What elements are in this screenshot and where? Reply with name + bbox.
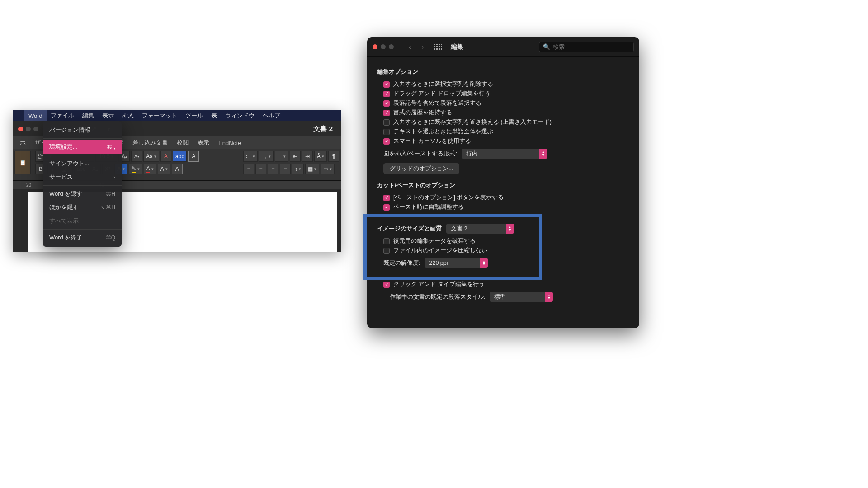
highlight-button[interactable]: ✎ (129, 164, 142, 174)
text-cursor (96, 246, 96, 254)
close-dot[interactable] (373, 44, 377, 49)
tab-mailings[interactable]: 差し込み文書 (128, 136, 172, 149)
align-left-button[interactable]: ≡ (243, 164, 254, 174)
tab-home[interactable]: ホ (15, 136, 30, 149)
justify-button[interactable]: ≡ (280, 164, 291, 174)
align-right-button[interactable]: ≡ (268, 164, 278, 174)
menu-edit[interactable]: 編集 (78, 110, 98, 121)
word-menu-dropdown: バージョン情報 環境設定...⌘ , サインアウト... サービス› Word … (43, 121, 122, 247)
image-quality-section: イメージのサイズと画質 文書 2 ▲▼ 復元用の編集データを破棄する ファイル内… (377, 218, 629, 268)
menu-word[interactable]: Word (24, 110, 47, 121)
vertical-ruler (13, 189, 26, 252)
opt-select-whole-word[interactable]: テキストを選ぶときに単語全体を選ぶ (377, 127, 629, 136)
tab-review[interactable]: 校閲 (172, 136, 193, 149)
stepper-knob-icon: ▲▼ (480, 258, 488, 268)
nav-back-button[interactable]: ‹ (405, 42, 415, 52)
prefs-titlebar: ‹ › 編集 🔍 検索 (367, 37, 639, 57)
change-case-button[interactable]: Aa (143, 151, 159, 162)
insert-picture-select[interactable]: 行内 ▲▼ (462, 149, 547, 159)
tab-endnote[interactable]: EndNote (214, 136, 246, 149)
borders-button[interactable]: ▭ (321, 164, 335, 174)
search-placeholder: 検索 (553, 43, 565, 51)
default-parastyle-label: 作業中の文書の既定の段落スタイル: (390, 293, 485, 301)
opt-smart-paste[interactable]: ✓ペースト時に自動調整する (377, 202, 629, 212)
menu-quit[interactable]: Word を終了⌘Q (43, 231, 122, 244)
opt-smart-cursor[interactable]: ✓スマート カーソルを使用する (377, 136, 629, 146)
menu-file[interactable]: ファイル (47, 110, 78, 121)
minimize-dot[interactable] (26, 127, 31, 131)
menu-hide-word[interactable]: Word を隠す⌘H (43, 187, 122, 201)
align-center-button[interactable]: ≡ (255, 164, 266, 174)
stepper-knob-icon: ▲▼ (545, 292, 553, 302)
menu-help[interactable]: ヘルプ (259, 110, 284, 121)
section-cutpaste-title: カット/ペーストのオプション (377, 181, 629, 189)
minimize-dot[interactable] (381, 44, 386, 49)
grid-options-button[interactable]: グリッドのオプション... (383, 163, 459, 174)
prefs-body: 編集オプション ✓入力するときに選択文字列を削除する ✓ドラッグ アンド ドロッ… (367, 57, 639, 302)
image-doc-select[interactable]: 文書 2 ▲▼ (446, 224, 514, 234)
menu-view[interactable]: 表示 (98, 110, 118, 121)
menu-insert[interactable]: 挿入 (118, 110, 138, 121)
menu-hide-others[interactable]: ほかを隠す⌥⌘H (43, 201, 122, 214)
search-icon: 🔍 (543, 43, 550, 50)
menu-tools[interactable]: ツール (181, 110, 207, 121)
para-shading-button[interactable]: ▦ (305, 164, 319, 174)
show-all-icon[interactable] (433, 42, 443, 52)
indent-inc-button[interactable]: ⇥ (302, 151, 313, 162)
opt-keep-format-history[interactable]: ✓書式の履歴を維持する (377, 108, 629, 117)
zoom-dot[interactable] (389, 44, 394, 49)
clear-format-button[interactable]: A (160, 151, 171, 162)
ruler-mark: 20 (26, 183, 31, 188)
menu-format[interactable]: フォーマット (138, 110, 181, 121)
menu-separator (43, 229, 122, 230)
opt-click-and-type[interactable]: ✓クリック アンド タイプ編集を行う (377, 280, 629, 289)
menu-services[interactable]: サービス› (43, 170, 122, 184)
menu-about[interactable]: バージョン情報 (43, 123, 122, 137)
multilevel-button[interactable]: ≣ (275, 151, 288, 162)
insert-picture-label: 図を挿入/ペーストする形式: (383, 150, 457, 158)
line-spacing-button[interactable]: ↕ (292, 164, 304, 174)
menu-separator (43, 138, 122, 139)
nav-forward-button[interactable]: › (417, 42, 428, 52)
close-dot[interactable] (18, 127, 23, 131)
numbering-button[interactable]: ⒈ (259, 151, 274, 162)
ruby-button[interactable]: abc (173, 151, 187, 162)
menu-table[interactable]: 表 (207, 110, 221, 121)
prefs-title: 編集 (451, 43, 463, 51)
menubar: Word ファイル 編集 表示 挿入 フォーマット ツール 表 ウィンドウ ヘル… (13, 110, 341, 121)
zoom-dot[interactable] (33, 127, 38, 131)
opt-show-paste-options[interactable]: ✓[ペーストのオプション] ボタンを表示する (377, 193, 629, 202)
opt-delete-selection[interactable]: ✓入力するときに選択文字列を削除する (377, 80, 629, 89)
prefs-search-input[interactable]: 🔍 検索 (539, 42, 634, 52)
indent-dec-button[interactable]: ⇤ (290, 151, 301, 162)
font-color-button[interactable]: A (144, 164, 156, 174)
tab-view[interactable]: 表示 (193, 136, 214, 149)
opt-overtype[interactable]: 入力するときに既存文字列を置き換える (上書き入力モード) (377, 117, 629, 127)
default-parastyle-select[interactable]: 標準 ▲▼ (490, 292, 553, 302)
sort-button[interactable]: Â (314, 151, 327, 162)
shading-button[interactable]: A (158, 164, 170, 174)
window-controls (15, 127, 41, 131)
menu-show-all: すべて表示 (43, 214, 122, 228)
paste-button[interactable]: 📋 (14, 151, 31, 174)
shrink-font-button[interactable]: A▾ (131, 151, 142, 162)
menu-preferences[interactable]: 環境設定...⌘ , (43, 140, 122, 154)
menu-separator (43, 155, 122, 155)
preferences-window: ‹ › 編集 🔍 検索 編集オプション ✓入力するときに選択文字列を削除する ✓… (367, 37, 639, 328)
stepper-knob-icon: ▲▼ (539, 149, 547, 159)
stepper-knob-icon: ▲▼ (506, 224, 514, 234)
section-editing-title: 編集オプション (377, 68, 629, 76)
menu-separator (43, 185, 122, 186)
menu-signout[interactable]: サインアウト... (43, 157, 122, 170)
char-border-button[interactable]: A (172, 164, 183, 174)
enclose-char-button[interactable]: A (188, 151, 199, 162)
opt-select-para-mark[interactable]: ✓段落記号を含めて段落を選択する (377, 99, 629, 108)
opt-drag-drop[interactable]: ✓ドラッグ アンド ドロップ編集を行う (377, 89, 629, 99)
show-marks-button[interactable]: ¶ (328, 151, 339, 162)
document-title: 文書 2 (313, 125, 338, 133)
bullets-button[interactable]: ≔ (243, 151, 258, 162)
default-res-select[interactable]: 220 ppi ▲▼ (425, 258, 488, 268)
menu-window[interactable]: ウィンドウ (221, 110, 259, 121)
